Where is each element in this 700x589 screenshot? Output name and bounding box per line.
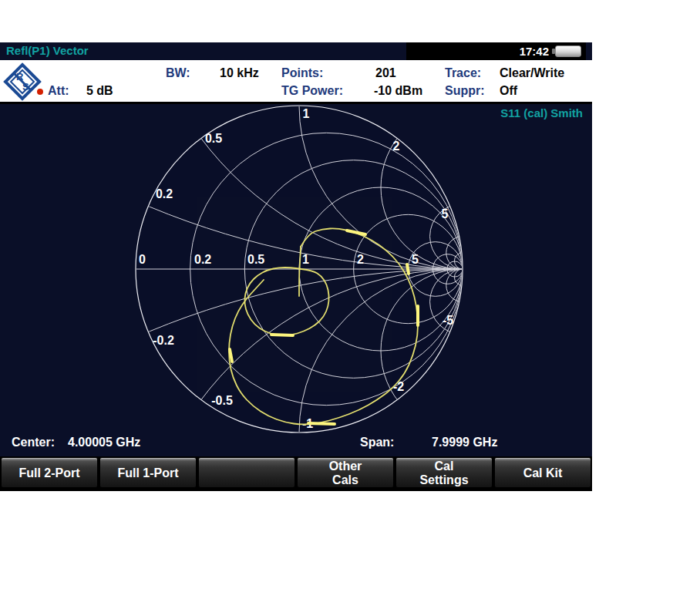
svg-text:-0.5: -0.5 (211, 394, 233, 407)
center-freq-value: 4.00005 GHz (68, 436, 140, 449)
center-freq-label: Center: (12, 436, 55, 449)
softkey-label: Cal (435, 459, 454, 473)
svg-text:-0.2: -0.2 (153, 334, 174, 347)
tg-power-label: TG Power: (281, 84, 343, 98)
settings-header: R S Att: 5 dB BW: 10 kHz Points: 201 Tra… (0, 60, 592, 104)
clock-area: 17:42 (406, 42, 586, 60)
softkey-cal-settings[interactable]: Cal Settings (396, 458, 492, 487)
title-bar: Refl(P1) Vector 17:42 (0, 42, 592, 60)
softkey-blank[interactable] (199, 458, 294, 487)
bw-label: BW: (166, 66, 190, 80)
svg-text:5: 5 (442, 207, 449, 220)
bw-value: 10 kHz (220, 66, 259, 80)
trace-value: Clear/Write (500, 66, 564, 80)
svg-text:0.2: 0.2 (194, 253, 211, 266)
svg-text:2: 2 (357, 253, 364, 266)
softkey-full-2-port[interactable]: Full 2-Port (2, 458, 97, 487)
points-value: 201 (375, 66, 396, 80)
instrument-screen: Refl(P1) Vector 17:42 R S Att: 5 dB BW: (0, 42, 592, 491)
softkey-label: Other (329, 459, 362, 473)
trace-info-label: S11 (cal) Smith (500, 106, 583, 119)
trace-label: Trace: (445, 66, 481, 80)
svg-text:0.2: 0.2 (156, 187, 173, 200)
span-value: 7.9999 GHz (432, 436, 497, 449)
softkey-label: Cal Kit (523, 466, 563, 480)
svg-text:5: 5 (412, 253, 419, 266)
mode-title: Refl(P1) Vector (6, 44, 89, 57)
softkey-full-1-port[interactable]: Full 1-Port (100, 458, 196, 487)
svg-text:S: S (22, 81, 29, 93)
softkey-cal-kit[interactable]: Cal Kit (495, 458, 591, 487)
rs-logo-icon: R S (3, 62, 42, 101)
smith-chart-area: 00.20.51250.20.5125-0.2-0.5-1-2-5 S11 (c… (0, 104, 592, 456)
page: Refl(P1) Vector 17:42 R S Att: 5 dB BW: (0, 0, 700, 589)
suppr-value: Off (500, 84, 517, 98)
softkey-label: Settings (419, 473, 468, 487)
svg-text:0.5: 0.5 (247, 253, 264, 266)
svg-text:0.5: 0.5 (205, 132, 222, 145)
att-label: Att: (48, 84, 69, 98)
svg-text:2: 2 (393, 140, 400, 153)
clock-time: 17:42 (520, 45, 549, 58)
marker-dot-icon (37, 89, 43, 95)
softkey-label: Cals (332, 473, 358, 487)
span-label: Span: (360, 436, 394, 449)
att-value: 5 dB (86, 84, 113, 98)
smith-chart: 00.20.51250.20.5125-0.2-0.5-1-2-5 (0, 104, 592, 454)
points-label: Points: (281, 66, 323, 80)
smith-grid (0, 104, 592, 454)
softkey-label: Full 1-Port (117, 466, 178, 480)
svg-text:1: 1 (302, 253, 309, 266)
svg-text:0: 0 (139, 253, 146, 266)
svg-text:-5: -5 (443, 314, 453, 327)
softkey-bar: Full 2-Port Full 1-Port Other Cals Cal S… (0, 456, 592, 491)
softkey-other-cals[interactable]: Other Cals (298, 458, 393, 487)
tg-power-value: -10 dBm (374, 84, 422, 98)
suppr-label: Suppr: (445, 84, 485, 98)
battery-icon (555, 45, 581, 57)
softkey-label: Full 2-Port (19, 466, 79, 480)
svg-text:1: 1 (303, 107, 310, 120)
frequency-status-bar: Center: 4.00005 GHz Span: 7.9999 GHz (0, 436, 592, 454)
